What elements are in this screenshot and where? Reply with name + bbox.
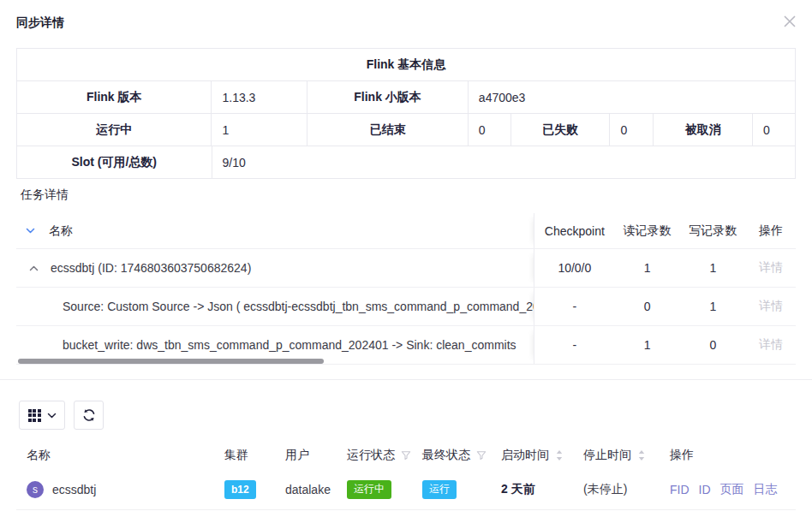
log-link[interactable]: 日志 bbox=[754, 482, 778, 497]
flink-info-table: Flink 基本信息 Flink 版本 1.13.3 Flink 小版本 a47… bbox=[16, 48, 796, 179]
column-header-user: 用户 bbox=[275, 441, 337, 469]
column-header-write-records: 写记录数 bbox=[679, 213, 746, 248]
close-icon[interactable] bbox=[782, 14, 797, 29]
write-records-value: 1 bbox=[679, 288, 746, 325]
page-title: 同步详情 bbox=[16, 15, 64, 31]
jobs-table: 名称 集群 用户 运行状态 最终状态 启动时间 停止时间 操作 bbox=[16, 441, 796, 510]
finished-value: 0 bbox=[469, 114, 511, 146]
flink-info-title: Flink 基本信息 bbox=[17, 49, 795, 80]
chevron-down-icon[interactable] bbox=[24, 225, 36, 237]
table-row: s ecssdbtj b12 datalake 运行中 运行 2 天前 (未停止… bbox=[16, 469, 796, 510]
column-settings-button[interactable] bbox=[19, 401, 65, 430]
checkpoint-value: 10/0/0 bbox=[534, 249, 615, 287]
user-name: datalake bbox=[285, 483, 331, 496]
table-row: Flink 版本 1.13.3 Flink 小版本 a4700e3 bbox=[17, 80, 795, 113]
run-state-badge: 运行中 bbox=[347, 480, 391, 499]
refresh-icon bbox=[82, 408, 96, 422]
column-header-cluster: 集群 bbox=[214, 441, 275, 469]
row-actions: FID ID 页面 日志 bbox=[660, 469, 796, 509]
column-header-read-records: 读记录数 bbox=[615, 213, 680, 248]
task-node-name: bucket_write: dws_tbn_sms_command_p_comm… bbox=[16, 338, 516, 352]
column-header-action: 操作 bbox=[746, 213, 796, 248]
read-records-value: 1 bbox=[615, 249, 680, 287]
table-row: ecssdbtj (ID: 1746803603750682624) 10/0/… bbox=[16, 249, 796, 288]
running-value: 1 bbox=[212, 114, 307, 146]
chevron-up-icon[interactable] bbox=[28, 263, 39, 274]
finished-label: 已结束 bbox=[307, 114, 469, 146]
cancelled-label: 被取消 bbox=[654, 114, 753, 146]
column-header-name: 名称 bbox=[49, 223, 73, 239]
failed-value: 0 bbox=[610, 114, 654, 146]
grid-icon bbox=[28, 409, 41, 422]
write-records-value: 0 bbox=[679, 326, 746, 364]
jobs-table-header: 名称 集群 用户 运行状态 最终状态 启动时间 停止时间 操作 bbox=[16, 441, 796, 469]
avatar: s bbox=[27, 481, 44, 498]
column-header-name: 名称 bbox=[16, 441, 214, 469]
column-header-run-state: 运行状态 bbox=[337, 441, 412, 469]
detail-link[interactable]: 详情 bbox=[759, 299, 783, 314]
failed-label: 已失败 bbox=[511, 114, 611, 146]
detail-link[interactable]: 详情 bbox=[759, 337, 783, 353]
slot-value: 9/10 bbox=[212, 146, 796, 178]
column-header-final-state: 最终状态 bbox=[412, 441, 491, 469]
fid-link[interactable]: FID bbox=[670, 483, 690, 496]
refresh-button[interactable] bbox=[74, 401, 104, 430]
detail-link[interactable]: 详情 bbox=[759, 260, 783, 276]
slot-label: Slot (可用/总数) bbox=[17, 146, 212, 178]
running-label: 运行中 bbox=[17, 114, 212, 146]
checkpoint-value: - bbox=[534, 288, 615, 325]
cluster-badge: b12 bbox=[224, 480, 256, 499]
read-records-value: 1 bbox=[615, 326, 680, 364]
id-link[interactable]: ID bbox=[699, 483, 711, 496]
job-name: ecssdbtj bbox=[52, 483, 96, 496]
task-node-name: Source: Custom Source -> Json ( ecssdbtj… bbox=[16, 300, 534, 313]
column-header-checkpoint: Checkpoint bbox=[534, 213, 615, 248]
column-header-start-time: 启动时间 bbox=[491, 441, 573, 469]
stop-time: (未停止) bbox=[583, 482, 627, 497]
task-node-name: ecssdbtj (ID: 1746803603750682624) bbox=[51, 261, 251, 275]
task-tree-table: 名称 Checkpoint 读记录数 写记录数 操作 ecssdbtj (ID:… bbox=[16, 213, 796, 365]
sorter-icon[interactable] bbox=[555, 449, 564, 461]
table-row: 运行中 1 已结束 0 已失败 0 被取消 0 bbox=[17, 113, 795, 146]
page-link[interactable]: 页面 bbox=[720, 482, 744, 497]
read-records-value: 0 bbox=[615, 288, 680, 325]
filter-icon[interactable] bbox=[476, 450, 487, 461]
flink-version-value: 1.13.3 bbox=[212, 81, 307, 113]
checkpoint-value: - bbox=[534, 326, 615, 364]
flink-minor-version-label: Flink 小版本 bbox=[307, 81, 469, 113]
tree-table-header: 名称 Checkpoint 读记录数 写记录数 操作 bbox=[16, 213, 796, 249]
column-header-stop-time: 停止时间 bbox=[573, 441, 660, 469]
sync-details-drawer: 同步详情 Flink 基本信息 Flink 版本 1.13.3 Flink 小版… bbox=[0, 0, 812, 523]
final-state-badge: 运行 bbox=[422, 480, 457, 499]
table-row: Slot (可用/总数) 9/10 bbox=[17, 146, 795, 178]
column-header-action: 操作 bbox=[660, 441, 796, 469]
task-details-section-title: 任务详情 bbox=[21, 187, 69, 203]
flink-minor-version-value: a4700e3 bbox=[469, 81, 795, 113]
flink-version-label: Flink 版本 bbox=[17, 81, 212, 113]
cancelled-value: 0 bbox=[753, 114, 795, 146]
table-row: Source: Custom Source -> Json ( ecssdbtj… bbox=[16, 288, 796, 326]
filter-icon[interactable] bbox=[401, 450, 411, 461]
section-divider bbox=[0, 379, 812, 380]
start-time: 2 天前 bbox=[501, 482, 535, 497]
horizontal-scrollbar[interactable] bbox=[18, 359, 324, 364]
sorter-icon[interactable] bbox=[637, 449, 646, 461]
chevron-down-icon bbox=[47, 411, 57, 420]
write-records-value: 1 bbox=[679, 249, 746, 287]
